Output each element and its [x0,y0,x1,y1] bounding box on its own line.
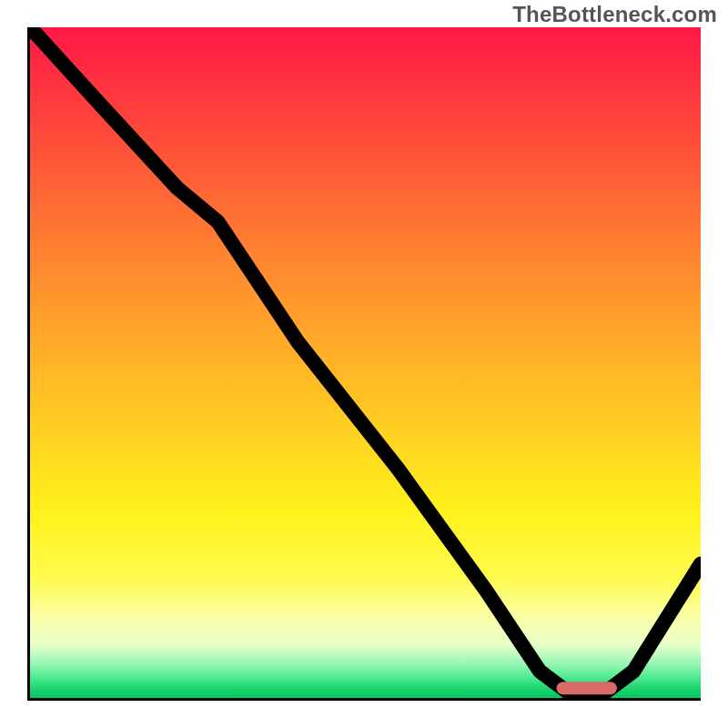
watermark-text: TheBottleneck.com [512,2,717,27]
chart-container: TheBottleneck.com [0,0,728,728]
bottleneck-curve [30,27,701,692]
chart-plot [30,27,701,698]
chart-frame [27,27,701,701]
optimal-range-marker [557,682,617,694]
